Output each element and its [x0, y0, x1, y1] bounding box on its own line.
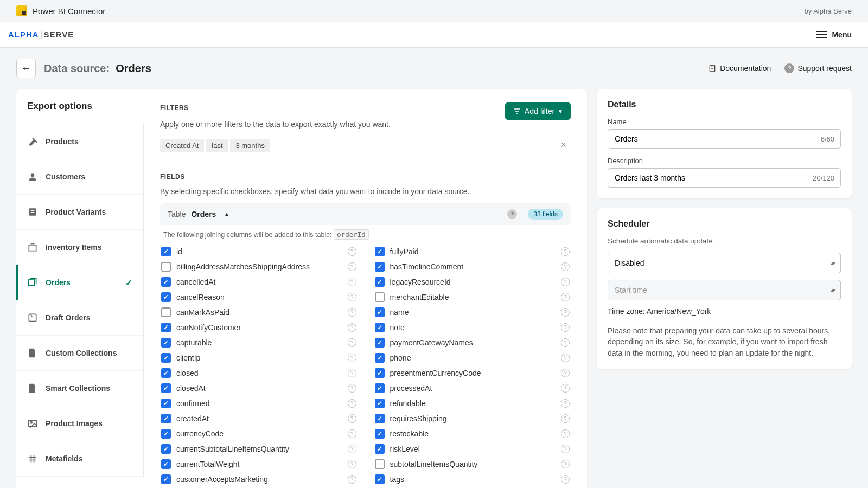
field-help-icon[interactable]: ? [348, 308, 356, 317]
start-time-select: Start time ▴▾ [608, 280, 841, 300]
field-row: createdAt? [160, 411, 358, 426]
sidebar-item-label: Smart Collections [46, 384, 110, 393]
field-name-label: merchantEditable [390, 293, 556, 301]
field-help-icon[interactable]: ? [348, 338, 356, 347]
field-help-icon[interactable]: ? [348, 475, 356, 484]
field-help-icon[interactable]: ? [348, 293, 356, 301]
field-help-icon[interactable]: ? [561, 429, 570, 438]
field-help-icon[interactable]: ? [561, 247, 570, 256]
field-checkbox[interactable] [375, 383, 385, 393]
field-help-icon[interactable]: ? [561, 384, 570, 393]
back-button[interactable]: ← [16, 59, 36, 78]
field-checkbox[interactable] [375, 338, 385, 348]
sidebar-item-metafields[interactable]: Metafields [16, 441, 143, 477]
field-help-icon[interactable]: ? [348, 369, 356, 377]
field-help-icon[interactable]: ? [348, 460, 356, 468]
remove-filter-button[interactable]: × [556, 139, 571, 151]
field-help-icon[interactable]: ? [561, 338, 570, 347]
field-help-icon[interactable]: ? [348, 247, 356, 256]
field-checkbox[interactable] [375, 277, 385, 287]
field-name-label: currentTotalWeight [176, 460, 342, 468]
field-help-icon[interactable]: ? [348, 262, 356, 271]
field-checkbox[interactable] [161, 459, 171, 469]
hamburger-icon [816, 31, 827, 38]
field-help-icon[interactable]: ? [561, 262, 570, 271]
field-checkbox[interactable] [375, 262, 385, 272]
field-help-icon[interactable]: ? [561, 293, 570, 301]
field-checkbox[interactable] [375, 459, 385, 469]
field-checkbox[interactable] [161, 247, 171, 256]
field-help-icon[interactable]: ? [561, 354, 570, 362]
field-checkbox[interactable] [375, 353, 385, 363]
field-checkbox[interactable] [161, 429, 171, 439]
help-icon: ? [784, 63, 794, 73]
field-checkbox[interactable] [161, 262, 171, 272]
field-help-icon[interactable]: ? [348, 354, 356, 362]
sidebar-item-smart-collections[interactable]: Smart Collections [16, 371, 143, 406]
field-name-label: requiresShipping [390, 414, 556, 423]
support-link[interactable]: ? Support request [784, 63, 852, 73]
field-checkbox[interactable] [161, 307, 171, 317]
sidebar-item-draft-orders[interactable]: Draft Orders [16, 300, 143, 336]
schedule-select[interactable]: Disabled ▴▾ [608, 253, 841, 273]
field-checkbox[interactable] [375, 323, 385, 332]
field-help-icon[interactable]: ? [348, 429, 356, 438]
field-checkbox[interactable] [375, 399, 385, 408]
field-checkbox[interactable] [161, 353, 171, 363]
field-checkbox[interactable] [161, 383, 171, 393]
field-help-icon[interactable]: ? [348, 399, 356, 408]
field-checkbox[interactable] [375, 444, 385, 454]
field-checkbox[interactable] [375, 368, 385, 378]
field-help-icon[interactable]: ? [348, 278, 356, 286]
field-help-icon[interactable]: ? [561, 399, 570, 408]
field-help-icon[interactable]: ? [561, 445, 570, 453]
table-selector[interactable]: Table Orders ▲ ? 33 fields [160, 203, 571, 225]
filter-chip[interactable]: Created At [160, 139, 204, 152]
add-filter-button[interactable]: Add filter ▼ [505, 102, 571, 120]
field-help-icon[interactable]: ? [348, 414, 356, 423]
menu-button[interactable]: Menu [816, 30, 852, 39]
field-checkbox[interactable] [375, 292, 385, 302]
field-help-icon[interactable]: ? [561, 323, 570, 332]
name-input[interactable] [608, 129, 841, 149]
sidebar-item-custom-collections[interactable]: Custom Collections [16, 336, 143, 371]
sidebar-item-inventory-items[interactable]: Inventory Items [16, 230, 143, 265]
details-card: Details Name 6/60 Description 20/120 [597, 89, 852, 198]
field-checkbox[interactable] [161, 292, 171, 302]
table-help-icon[interactable]: ? [507, 209, 517, 219]
brand-logo[interactable]: ALPHA | SERVE [8, 30, 74, 39]
field-checkbox[interactable] [161, 368, 171, 378]
field-checkbox[interactable] [161, 399, 171, 408]
field-checkbox[interactable] [161, 277, 171, 287]
field-checkbox[interactable] [161, 323, 171, 332]
sidebar-item-product-images[interactable]: Product Images [16, 406, 143, 441]
filters-section-title: FILTERS [160, 104, 189, 112]
field-help-icon[interactable]: ? [348, 384, 356, 393]
field-checkbox[interactable] [161, 474, 171, 484]
field-checkbox[interactable] [161, 338, 171, 348]
field-help-icon[interactable]: ? [348, 323, 356, 332]
sidebar-item-product-variants[interactable]: Product Variants [16, 195, 143, 230]
filter-chip[interactable]: last [206, 139, 228, 152]
field-help-icon[interactable]: ? [561, 308, 570, 317]
field-help-icon[interactable]: ? [561, 460, 570, 468]
filter-chip[interactable]: 3 months [230, 139, 270, 152]
field-checkbox[interactable] [375, 474, 385, 484]
sidebar-item-customers[interactable]: Customers [16, 159, 143, 195]
field-checkbox[interactable] [375, 414, 385, 423]
timezone-text: Time zone: America/New_York [608, 307, 841, 316]
field-help-icon[interactable]: ? [561, 414, 570, 423]
field-checkbox[interactable] [375, 429, 385, 439]
documentation-link[interactable]: Documentation [708, 63, 771, 73]
sidebar-item-orders[interactable]: Orders✓ [16, 265, 143, 300]
field-checkbox[interactable] [161, 444, 171, 454]
field-checkbox[interactable] [161, 414, 171, 423]
description-input[interactable] [608, 168, 841, 188]
field-checkbox[interactable] [375, 247, 385, 256]
field-help-icon[interactable]: ? [561, 278, 570, 286]
sidebar-item-products[interactable]: Products [16, 124, 143, 159]
field-help-icon[interactable]: ? [561, 369, 570, 377]
field-help-icon[interactable]: ? [561, 475, 570, 484]
field-checkbox[interactable] [375, 307, 385, 317]
field-help-icon[interactable]: ? [348, 445, 356, 453]
